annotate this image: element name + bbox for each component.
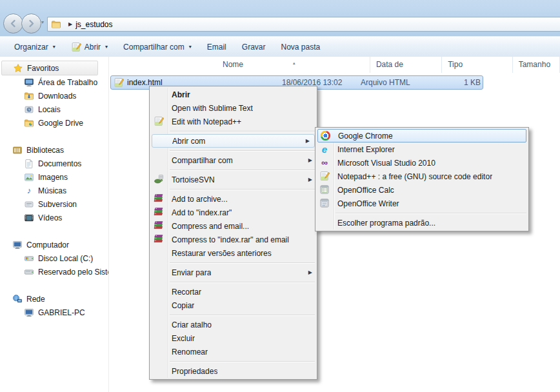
winrar-icon bbox=[154, 234, 164, 244]
menu-item-label: Internet Explorer bbox=[337, 145, 395, 154]
menu-item-label: Renomear bbox=[172, 348, 208, 357]
open-with-item-internet-explorer[interactable]: eInternet Explorer bbox=[315, 142, 528, 156]
context-menu-item-abrir[interactable]: Abrir bbox=[150, 88, 317, 101]
breadcrumb-arrow-icon[interactable]: ▶ bbox=[68, 21, 72, 27]
context-menu-item-restaurar-versoes-anteriores[interactable]: Restaurar versões anteriores bbox=[150, 246, 317, 260]
open-with-item-openoffice-writer[interactable]: OpenOffice Writer bbox=[315, 197, 528, 210]
context-menu-item-add-to-index-rar[interactable]: Add to "index.rar" bbox=[150, 206, 317, 219]
sidebar-item-gabriel-pc[interactable]: GABRIEL-PC bbox=[0, 306, 108, 319]
recent-pages-dropdown-icon[interactable]: ▾ bbox=[41, 19, 44, 25]
forward-button[interactable] bbox=[21, 14, 41, 34]
context-menu-item-copiar[interactable]: Copiar bbox=[150, 299, 317, 312]
column-header-tipo[interactable]: Tipo bbox=[442, 57, 512, 73]
chrome-icon bbox=[320, 130, 330, 141]
context-menu-item-open-with-sublime-text[interactable]: Open with Sublime Text bbox=[150, 101, 317, 115]
file-size: 1 KB bbox=[434, 78, 481, 87]
menu-item-label: Enviar para bbox=[172, 268, 211, 277]
menu-item-label: Notepad++ : a free (GNU) source code edi… bbox=[337, 172, 492, 181]
context-menu-item-criar-atalho[interactable]: Criar atalho bbox=[150, 318, 317, 331]
sidebar-item-musicas[interactable]: ♪Músicas bbox=[0, 184, 108, 197]
sidebar-item-videos[interactable]: Vídeos bbox=[0, 211, 108, 224]
context-menu-item-add-to-archive[interactable]: Add to archive... bbox=[150, 192, 317, 206]
menu-separator bbox=[170, 131, 315, 132]
column-header-tamanho[interactable]: Tamanho bbox=[513, 57, 560, 73]
sidebar-item-area-de-trabalho[interactable]: Área de Trabalho bbox=[0, 75, 108, 89]
open-with-submenu: Google ChromeeInternet Explorer∞Microsof… bbox=[315, 127, 529, 231]
context-menu-item-compress-and-email[interactable]: Compress and email... bbox=[150, 219, 317, 233]
context-menu-item-enviar-para[interactable]: Enviar para▶ bbox=[150, 266, 317, 279]
sidebar-group-rede[interactable]: Rede bbox=[0, 292, 108, 306]
toolbar-button-email[interactable]: Email bbox=[199, 39, 234, 55]
menu-separator bbox=[335, 213, 526, 213]
submenu-arrow-icon: ▶ bbox=[301, 138, 310, 144]
sidebar-item-reservado-pelo-siste[interactable]: Reservado pelo Siste bbox=[0, 265, 108, 279]
html-file-icon bbox=[114, 77, 124, 88]
notepadpp-icon bbox=[154, 116, 164, 126]
open-with-item-notepad-a-free-gnu-source-code-editor[interactable]: Notepad++ : a free (GNU) source code edi… bbox=[315, 170, 528, 183]
toolbar-button-gravar[interactable]: Gravar bbox=[234, 39, 274, 55]
sidebar-item-locais[interactable]: Locais bbox=[0, 103, 108, 116]
open-with-item-openoffice-calc[interactable]: OpenOffice Calc bbox=[315, 183, 528, 197]
context-menu: AbrirOpen with Sublime TextEdit with Not… bbox=[149, 86, 317, 380]
menu-separator bbox=[170, 189, 315, 190]
context-menu-item-tortoisesvn[interactable]: TortoiseSVN▶ bbox=[150, 173, 317, 186]
tree-group-rede: RedeGABRIEL-PC bbox=[0, 292, 108, 319]
column-header-nome[interactable]: Nome ▴ bbox=[217, 57, 370, 73]
sidebar-item-label: Downloads bbox=[38, 92, 76, 101]
sidebar-group-label: Favoritos bbox=[27, 64, 59, 73]
computer-icon bbox=[12, 240, 23, 250]
sidebar-item-subversion[interactable]: Subversion bbox=[0, 197, 108, 211]
sidebar-group-computador[interactable]: Computador bbox=[0, 238, 108, 251]
gdrive-icon bbox=[24, 118, 34, 128]
menu-separator bbox=[170, 282, 315, 282]
back-button[interactable] bbox=[3, 14, 23, 34]
open-with-item-microsoft-visual-studio-2010[interactable]: ∞Microsoft Visual Studio 2010 bbox=[315, 156, 528, 170]
toolbar-button-compartilhar-com[interactable]: Compartilhar com▾ bbox=[115, 39, 199, 55]
open-with-item-google-chrome[interactable]: Google Chrome bbox=[317, 129, 526, 142]
context-menu-item-abrir-com[interactable]: Abrir com▶ bbox=[152, 134, 315, 148]
desktop-icon bbox=[24, 77, 34, 88]
context-menu-item-recortar[interactable]: Recortar bbox=[150, 285, 317, 299]
context-menu-item-propriedades[interactable]: Propriedades bbox=[150, 364, 317, 378]
sidebar-group-label: Computador bbox=[26, 240, 69, 250]
sidebar-item-label: Reservado pelo Siste bbox=[38, 268, 109, 277]
toolbar-button-nova-pasta[interactable]: Nova pasta bbox=[273, 39, 328, 55]
context-menu-item-edit-with-notepad[interactable]: Edit with Notepad++ bbox=[150, 115, 317, 128]
address-bar[interactable]: ▶ js_estudos bbox=[47, 17, 560, 32]
menu-item-label: Propriedades bbox=[172, 367, 217, 376]
sort-ascending-icon: ▴ bbox=[293, 55, 295, 71]
sidebar-group-favoritos[interactable]: Favoritos bbox=[1, 61, 98, 75]
submenu-arrow-icon: ▶ bbox=[303, 157, 312, 163]
sidebar-group-bibliotecas[interactable]: Bibliotecas bbox=[0, 143, 108, 157]
places-icon bbox=[24, 104, 34, 115]
context-menu-item-renomear[interactable]: Renomear bbox=[150, 345, 317, 358]
sidebar-item-label: GABRIEL-PC bbox=[38, 308, 85, 317]
forward-arrow-icon bbox=[30, 21, 34, 26]
context-menu-item-compartilhar-com[interactable]: Compartilhar com▶ bbox=[150, 153, 317, 167]
menu-item-label: Google Chrome bbox=[338, 132, 393, 141]
sidebar-item-imagens[interactable]: Imagens bbox=[0, 170, 108, 184]
toolbar-button-abrir[interactable]: Abrir▾ bbox=[63, 39, 115, 55]
column-header-data[interactable]: Data de modificaç... bbox=[370, 57, 442, 73]
menu-item-label: Escolher programa padrão... bbox=[337, 219, 435, 228]
toolbar-button-organizar[interactable]: Organizar▾ bbox=[6, 39, 63, 55]
winrar-icon bbox=[154, 193, 164, 204]
context-menu-item-excluir[interactable]: Excluir bbox=[150, 331, 317, 345]
chevron-down-icon: ▾ bbox=[189, 44, 192, 50]
sidebar-item-downloads[interactable]: Downloads bbox=[0, 89, 108, 103]
sidebar-item-documentos[interactable]: Documentos bbox=[0, 157, 108, 170]
open-with-item-escolher-programa-padrao[interactable]: Escolher programa padrão... bbox=[315, 216, 528, 230]
toolbar-button-label: Gravar bbox=[242, 43, 266, 52]
menu-item-label: TortoiseSVN bbox=[172, 175, 215, 184]
notepadpp-icon bbox=[71, 42, 81, 52]
breadcrumb-folder[interactable]: js_estudos bbox=[75, 20, 112, 29]
navigation-pane: FavoritosÁrea de TrabalhoDownloadsLocais… bbox=[0, 57, 109, 392]
menu-item-label: Compress and email... bbox=[172, 222, 249, 231]
sidebar-item-disco-local-c[interactable]: Disco Local (C:) bbox=[0, 251, 108, 265]
menu-item-label: Edit with Notepad++ bbox=[172, 117, 241, 126]
sidebar-item-google-drive[interactable]: Google Drive bbox=[0, 116, 108, 130]
folder-icon bbox=[51, 19, 61, 30]
menu-item-label: Add to "index.rar" bbox=[172, 208, 232, 217]
menu-item-label: OpenOffice Writer bbox=[337, 199, 399, 208]
context-menu-item-compress-to-index-rar-and-email[interactable]: Compress to "index.rar" and email bbox=[150, 233, 317, 246]
